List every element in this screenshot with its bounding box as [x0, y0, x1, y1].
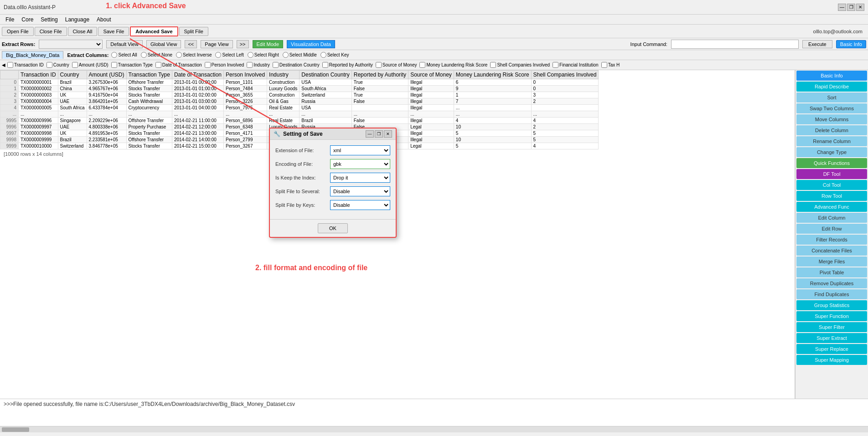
modal-ok-button[interactable]: OK [318, 223, 348, 233]
close-btn[interactable]: ✕ [856, 4, 864, 11]
close-all-button[interactable]: Close All [68, 27, 98, 36]
sidebar-find-duplicates[interactable]: Find Duplicates [796, 289, 867, 299]
console-area: >>>File opened successfully, file name i… [0, 399, 868, 426]
sidebar-remove-duplicates[interactable]: Remove Duplicates [796, 278, 867, 288]
sidebar-rename-column[interactable]: Rename Column [796, 136, 867, 146]
modal-split-several-label: Split File to Several: [275, 189, 330, 194]
sidebar-sort[interactable]: Sort [796, 92, 867, 103]
table-row[interactable]: 9995TX0000009996Singapore2.209229e+06Off… [0, 118, 599, 124]
save-file-button[interactable]: Save File [98, 27, 129, 36]
default-view-button[interactable]: Default View [106, 40, 143, 48]
modal-close-icon[interactable]: ✕ [384, 130, 392, 138]
global-view-button[interactable]: Global View [146, 40, 181, 48]
split-file-button[interactable]: Split File [179, 27, 208, 36]
modal-split-several-select[interactable]: Disable Enable [330, 186, 390, 196]
modal-split-keys-select[interactable]: Disable Enable [330, 200, 390, 210]
table-row[interactable]: 1TX0000000002China4.965767e+06Stocks Tra… [0, 86, 599, 92]
table-row[interactable]: ....................................... [0, 111, 599, 118]
sidebar-group-statistics[interactable]: Group Statistics [796, 300, 867, 310]
table-row[interactable]: 3TX0000000004UAE3.864201e+05Cash Withdra… [0, 98, 599, 105]
menu-setting[interactable]: Setting [37, 15, 61, 24]
basic-info-sidebar-button[interactable]: Basic Info [836, 40, 866, 48]
annotation-1: 1. click Advanced Save [106, 2, 186, 10]
advanced-save-button[interactable]: Advanced Save [130, 26, 178, 36]
h-scroll-thumb[interactable] [2, 427, 29, 432]
sidebar-col-tool[interactable]: Col Tool [796, 180, 867, 190]
app-title: Data.oIllo Assistant-P [4, 4, 56, 10]
h-scrollbar[interactable] [0, 426, 868, 432]
table-row[interactable]: 0TX0000000001Brazil3.267530e+06Offshore … [0, 79, 599, 86]
menu-bar: File Core Setting Language About [0, 15, 868, 25]
toolbar: Open File Close File Close All Save File… [0, 25, 868, 38]
col-header-date[interactable]: Date of Transaction [172, 71, 223, 79]
page-view-button[interactable]: Page View [201, 40, 232, 48]
modal-encoding-row: Encoding of File: gbk utf-8 utf-16 ascii [275, 159, 390, 169]
extract-rows-select[interactable] [39, 40, 103, 49]
sidebar-merge-files[interactable]: Merge Files [796, 256, 867, 267]
modal-extension-select[interactable]: xml csv xlsx json [330, 145, 390, 155]
status-message: >>>File opened successfully, file name i… [4, 401, 295, 407]
modal-keep-index-row: Is Keep the Index: Drop it Keep it [275, 173, 390, 183]
sidebar-rapid-describe[interactable]: Rapid Describe [796, 82, 867, 92]
next-button[interactable]: >> [237, 40, 249, 48]
col-header-dest-country[interactable]: Destination Country [300, 71, 351, 79]
sidebar-move-columns[interactable]: Move Columns [796, 114, 867, 124]
modal-keep-index-select[interactable]: Drop it Keep it [330, 173, 390, 183]
modal-title: Setting of Save [283, 131, 366, 137]
sidebar-swap-columns[interactable]: Swap Two Columns [796, 103, 867, 113]
close-file-button[interactable]: Close File [35, 27, 67, 36]
edit-mode-button[interactable]: Edit Mode [253, 40, 284, 48]
col-header-risk[interactable]: Money Laundering Risk Score [454, 71, 531, 79]
table-row[interactable]: 4TX0000000005South Africa6.433784e+04Cry… [0, 105, 599, 111]
minimize-btn[interactable]: — [838, 4, 846, 11]
modal-extension-label: Extension of File: [275, 148, 330, 153]
col-header-amount[interactable]: Amount (USD) [87, 71, 126, 79]
file-tab[interactable]: Big_Black_Money_Data [2, 51, 63, 59]
menu-core[interactable]: Core [18, 15, 37, 24]
col-header-shell[interactable]: Shell Companies Involved [531, 71, 599, 79]
sidebar-super-filter[interactable]: Super Filter [796, 322, 867, 332]
col-header-industry[interactable]: Industry [267, 71, 300, 79]
sidebar-basic-info[interactable]: Basic Info [796, 71, 867, 81]
col-header-transaction-id[interactable]: Transaction ID [19, 71, 58, 79]
col-header-person[interactable]: Person Involved [224, 71, 267, 79]
prev-button[interactable]: << [185, 40, 197, 48]
sidebar-delete-column[interactable]: Delete Column [796, 125, 867, 135]
sidebar-concatenate[interactable]: Concatenate Files [796, 246, 867, 256]
sidebar-super-extract[interactable]: Super Extract [796, 333, 867, 343]
col-header-country[interactable]: Country [58, 71, 87, 79]
modal-maximize[interactable]: ❐ [375, 130, 383, 138]
col-header-reported[interactable]: Reported by Authority [351, 71, 408, 79]
table-row[interactable]: 2TX0000000003UK9.416750e+04Stocks Transf… [0, 92, 599, 98]
sidebar-change-type[interactable]: Change Type [796, 147, 867, 157]
execute-button[interactable]: Execute [802, 40, 832, 48]
sidebar-row-tool[interactable]: Row Tool [796, 191, 867, 201]
sidebar-edit-column[interactable]: Edit Column [796, 213, 867, 223]
col-header-source[interactable]: Source of Money [408, 71, 454, 79]
sidebar-pivot-table[interactable]: Pivot Table [796, 267, 867, 277]
modal-split-several-row: Split File to Several: Disable Enable [275, 186, 390, 196]
visualization-button[interactable]: Visualization Data [287, 40, 335, 48]
sidebar-super-mapping[interactable]: Super Mapping [796, 355, 867, 365]
menu-about[interactable]: About [93, 15, 114, 24]
right-sidebar: Basic Info Rapid Describe Sort Swap Two … [795, 70, 868, 399]
sidebar-filter-records[interactable]: Filter Records [796, 235, 867, 245]
menu-file[interactable]: File [2, 15, 18, 24]
open-file-button[interactable]: Open File [2, 27, 34, 36]
sidebar-super-replace[interactable]: Super Replace [796, 344, 867, 354]
input-command-input[interactable] [671, 40, 799, 49]
sidebar-edit-row[interactable]: Edit Row [796, 224, 867, 234]
extract-columns-label: Extract Columns: [67, 52, 108, 58]
sidebar-super-function[interactable]: Super Function [796, 311, 867, 321]
modal-minimize[interactable]: — [366, 130, 374, 138]
sidebar-quick-functions[interactable]: Quick Functions [796, 158, 867, 168]
sidebar-df-tool[interactable]: DF Tool [796, 169, 867, 179]
sidebar-advanced-func[interactable]: Advanced Func [796, 202, 867, 212]
modal-encoding-select[interactable]: gbk utf-8 utf-16 ascii [330, 159, 390, 169]
modal-split-keys-label: Split File by Keys: [275, 202, 330, 208]
col-header-transaction-type[interactable]: Transaction Type [126, 71, 172, 79]
menu-language[interactable]: Language [62, 15, 93, 24]
control-bar: Extract Rows: Default View Global View <… [0, 38, 868, 50]
input-command-label: Input Command: [630, 41, 667, 47]
maximize-btn[interactable]: ❐ [847, 4, 855, 11]
